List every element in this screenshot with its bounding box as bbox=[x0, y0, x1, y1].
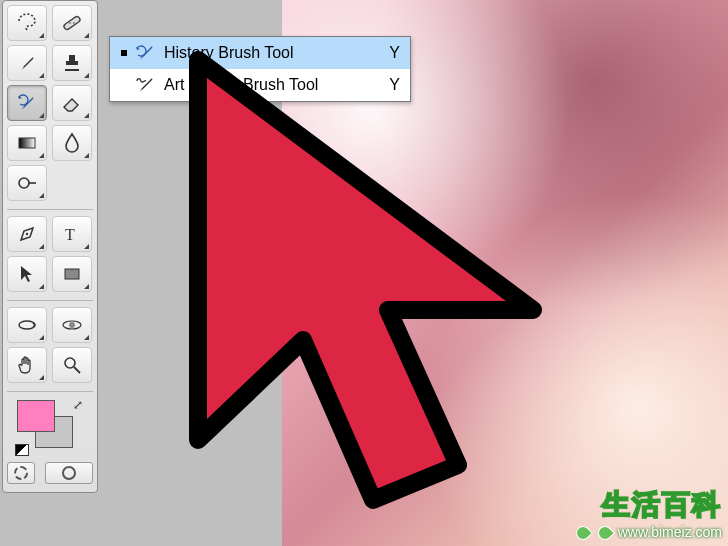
flyout-item-label: Art History Brush Tool bbox=[164, 76, 380, 94]
rectangle-tool[interactable] bbox=[52, 256, 92, 292]
selected-marker bbox=[118, 50, 130, 56]
dodge-icon bbox=[15, 171, 39, 195]
gradient-tool[interactable] bbox=[7, 125, 47, 161]
3d-orbit-tool[interactable] bbox=[52, 307, 92, 343]
brush-icon bbox=[15, 51, 39, 75]
svg-point-12 bbox=[65, 358, 75, 368]
dodge-tool[interactable] bbox=[7, 165, 47, 201]
flyout-shortcut: Y bbox=[380, 76, 400, 94]
rotate3d-icon bbox=[15, 313, 39, 337]
blur-tool[interactable] bbox=[52, 125, 92, 161]
svg-line-13 bbox=[74, 367, 80, 373]
svg-point-9 bbox=[19, 321, 35, 329]
tool-grid-3d bbox=[7, 307, 93, 389]
rect-icon bbox=[60, 262, 84, 286]
separator bbox=[7, 300, 93, 301]
svg-point-6 bbox=[26, 233, 28, 235]
stamp-icon bbox=[60, 51, 84, 75]
svg-text:T: T bbox=[65, 226, 75, 243]
flyout-item-label: History Brush Tool bbox=[164, 44, 380, 62]
hand-tool[interactable] bbox=[7, 347, 47, 383]
tool-grid-mid: T bbox=[7, 216, 93, 298]
svg-point-10 bbox=[69, 322, 75, 328]
watermark-url: www.bimeiz.com bbox=[574, 524, 722, 540]
flyout-item-art-history-brush[interactable]: Art History Brush Tool Y bbox=[110, 69, 410, 101]
svg-rect-0 bbox=[63, 15, 81, 30]
history-brush-icon bbox=[130, 42, 164, 64]
quick-mask-icon bbox=[62, 466, 76, 480]
color-swatches[interactable]: ⤢ bbox=[13, 398, 87, 458]
3d-rotate-tool[interactable] bbox=[7, 307, 47, 343]
brush-tool[interactable] bbox=[7, 45, 47, 81]
type-icon: T bbox=[60, 222, 84, 246]
hand-icon bbox=[15, 353, 39, 377]
zoom-icon bbox=[60, 353, 84, 377]
tools-panel: T ⤢ bbox=[2, 0, 98, 493]
watermark-title: 生活百科 bbox=[574, 486, 722, 524]
quick-mask-button[interactable] bbox=[45, 462, 93, 484]
history-brush-flyout: History Brush Tool Y Art History Brush T… bbox=[109, 36, 411, 102]
eraser-tool[interactable] bbox=[52, 85, 92, 121]
leaf-icon bbox=[595, 523, 615, 543]
lasso-tool[interactable] bbox=[7, 5, 47, 41]
swap-colors-icon[interactable]: ⤢ bbox=[73, 398, 83, 412]
svg-point-2 bbox=[73, 22, 75, 24]
watermark-url-text: www.bimeiz.com bbox=[618, 524, 722, 540]
healing-brush-tool[interactable] bbox=[52, 5, 92, 41]
pen-tool[interactable] bbox=[7, 216, 47, 252]
eraser-icon bbox=[60, 91, 84, 115]
svg-point-1 bbox=[69, 22, 71, 24]
flyout-item-history-brush[interactable]: History Brush Tool Y bbox=[110, 37, 410, 69]
lasso-icon bbox=[15, 11, 39, 35]
svg-rect-3 bbox=[19, 138, 35, 148]
pen-icon bbox=[15, 222, 39, 246]
zoom-tool[interactable] bbox=[52, 347, 92, 383]
leaf-icon bbox=[573, 523, 593, 543]
type-tool[interactable]: T bbox=[52, 216, 92, 252]
mask-mode-row bbox=[7, 462, 93, 484]
gradient-icon bbox=[15, 131, 39, 155]
history-brush-tool[interactable] bbox=[7, 85, 47, 121]
standard-mode-icon bbox=[14, 466, 28, 480]
arrow-icon bbox=[15, 262, 39, 286]
clone-stamp-tool[interactable] bbox=[52, 45, 92, 81]
separator bbox=[7, 209, 93, 210]
path-selection-tool[interactable] bbox=[7, 256, 47, 292]
watermark: 生活百科 www.bimeiz.com bbox=[574, 486, 722, 540]
foreground-color-swatch[interactable] bbox=[17, 400, 55, 432]
svg-point-4 bbox=[19, 178, 29, 188]
separator bbox=[7, 391, 93, 392]
history-brush-icon bbox=[15, 91, 39, 115]
svg-rect-8 bbox=[65, 269, 79, 279]
droplet-icon bbox=[60, 131, 84, 155]
tool-grid-top bbox=[7, 5, 93, 207]
bandaid-icon bbox=[60, 11, 84, 35]
art-history-brush-icon bbox=[130, 74, 164, 96]
default-colors-icon[interactable] bbox=[15, 444, 29, 456]
standard-mode-button[interactable] bbox=[7, 462, 35, 484]
orbit-icon bbox=[60, 313, 84, 337]
flyout-shortcut: Y bbox=[380, 44, 400, 62]
